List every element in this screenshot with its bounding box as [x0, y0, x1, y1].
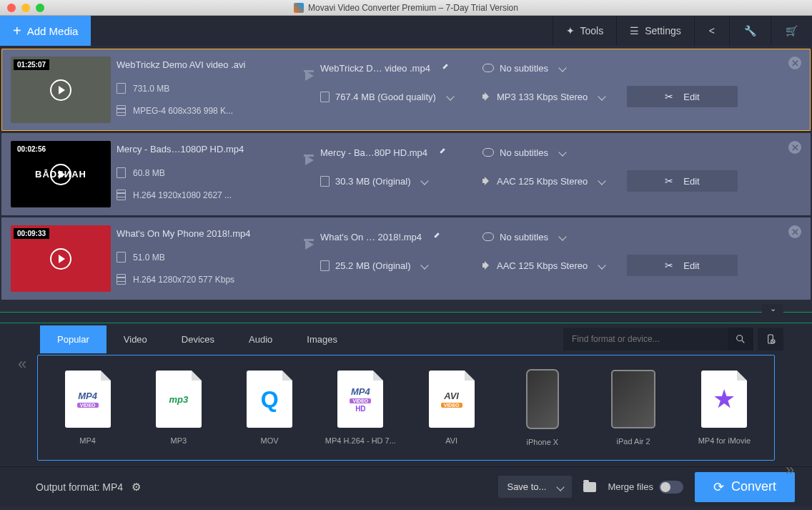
format-item-avi[interactable]: AVIVIDEOAVI [415, 371, 488, 445]
play-icon [50, 79, 71, 101]
film-icon [117, 105, 126, 116]
video-thumbnail[interactable]: 00:09:33 [11, 225, 111, 292]
edit-button[interactable]: ✂Edit [627, 255, 738, 276]
format-item-mov[interactable]: QMOV [233, 371, 307, 445]
format-panel: PopularVideoDevicesAudioImages « MP4VIDE… [0, 323, 812, 466]
scroll-left-button[interactable]: « [13, 355, 31, 373]
settings-button[interactable]: ☰ Settings [616, 16, 694, 46]
output-filename: What's On … 2018!.mp4 [320, 232, 422, 242]
duration-badge: 00:09:33 [14, 228, 49, 239]
save-to-button[interactable]: Save to... [498, 476, 572, 498]
add-media-label: Add Media [27, 25, 79, 37]
merge-files-control: Merge files [608, 481, 683, 494]
source-codec: H.264 1280x720 577 Kbps [133, 275, 234, 285]
destination-column: Mercy - Ba…80P HD.mp4 No subtitles 30.3 … [320, 134, 810, 215]
close-window-button[interactable] [7, 4, 16, 12]
format-label: iPhone X [527, 438, 559, 446]
file-row[interactable]: 00:02:56 BĀDSИAH Mercy - Bads…1080P HD.m… [1, 133, 811, 215]
convert-button[interactable]: ⟳ Convert [695, 472, 795, 502]
subtitles-value: No subtitles [500, 232, 548, 242]
format-item-ipad-air-2[interactable]: iPad Air 2 [597, 370, 670, 446]
arrow-column [299, 155, 320, 165]
output-size-dropdown[interactable]: 30.3 MB (Original) [320, 176, 474, 187]
format-tab-images[interactable]: Images [289, 325, 355, 353]
file-row[interactable]: 01:25:07 WebTrickz Demo AVI video .avi 7… [1, 49, 811, 131]
file-icon [117, 83, 126, 94]
speaker-icon [482, 261, 491, 270]
minimize-window-button[interactable] [21, 4, 30, 12]
format-tab-devices[interactable]: Devices [164, 325, 232, 353]
audio-value: AAC 125 Kbps Stereo [497, 260, 588, 271]
audio-dropdown[interactable]: AAC 125 Kbps Stereo [482, 176, 618, 187]
source-filename: Mercy - Bads…1080P HD.mp4 [117, 144, 299, 155]
remove-file-button[interactable]: ✕ [788, 225, 801, 238]
zoom-window-button[interactable] [36, 4, 44, 12]
detect-device-button[interactable] [758, 328, 783, 350]
chevron-down-icon [598, 261, 606, 269]
chevron-down-icon [558, 232, 566, 240]
bottom-bar: Output format: MP4 ⚙ Save to... Merge fi… [0, 466, 812, 506]
duration-badge: 00:02:56 [14, 144, 49, 155]
format-tab-audio[interactable]: Audio [232, 325, 289, 353]
audio-dropdown[interactable]: AAC 125 Kbps Stereo [482, 260, 618, 271]
main-toolbar: + Add Media ✦ Tools ☰ Settings < 🔧 🛒 [0, 16, 812, 46]
file-list: 01:25:07 WebTrickz Demo AVI video .avi 7… [0, 46, 812, 312]
remove-file-button[interactable]: ✕ [788, 141, 801, 154]
destination-column: WebTrickz D… video .mp4 No subtitles 767… [320, 49, 810, 130]
output-size-dropdown[interactable]: 25.2 MB (Original) [320, 260, 474, 271]
rename-button[interactable] [428, 230, 442, 244]
video-thumbnail[interactable]: 01:25:07 [11, 57, 111, 123]
audio-dropdown[interactable]: MP3 133 Kbps Stereo [482, 92, 618, 102]
format-label: MP4 for iMovie [698, 436, 751, 445]
subtitles-value: No subtitles [500, 63, 548, 74]
format-item-mp4-h-264-hd-7-[interactable]: MP4VIDEOHDMP4 H.264 - HD 7... [324, 371, 397, 445]
format-label: AVI [445, 436, 457, 445]
format-tab-popular[interactable]: Popular [40, 325, 107, 353]
format-item-iphone-x[interactable]: iPhone X [505, 369, 579, 446]
panel-divider[interactable]: ⌄ [0, 312, 812, 323]
add-media-button[interactable]: + Add Media [0, 16, 91, 46]
format-tabbar: PopularVideoDevicesAudioImages [0, 323, 812, 355]
file-icon [320, 92, 330, 102]
subtitles-dropdown[interactable]: No subtitles [482, 63, 565, 74]
merge-files-label: Merge files [608, 481, 653, 492]
format-label: iPad Air 2 [617, 437, 650, 446]
output-size-dropdown[interactable]: 767.4 MB (Good quality) [320, 92, 474, 102]
edit-button[interactable]: ✂Edit [627, 86, 738, 107]
edit-button[interactable]: ✂Edit [627, 170, 738, 192]
chevron-down-icon [421, 177, 429, 185]
format-item-mp3[interactable]: mp3MP3 [142, 371, 215, 445]
cart-button[interactable]: 🛒 [771, 16, 812, 46]
output-settings-button[interactable]: ⚙ [132, 481, 141, 494]
format-item-mp4[interactable]: MP4VIDEOMP4 [51, 371, 124, 445]
play-icon [50, 248, 71, 270]
video-thumbnail[interactable]: 00:02:56 BĀDSИAH [11, 141, 111, 207]
subtitle-icon [482, 232, 494, 241]
settings-label: Settings [645, 25, 681, 36]
scroll-right-button[interactable]: » [781, 461, 799, 479]
rename-button[interactable] [437, 61, 451, 75]
tools-button[interactable]: ✦ Tools [553, 16, 617, 46]
open-folder-button[interactable] [583, 482, 596, 492]
search-button[interactable] [728, 328, 753, 350]
rename-button[interactable] [434, 145, 448, 160]
chevron-down-icon [598, 177, 606, 185]
convert-label: Convert [731, 479, 776, 494]
file-row[interactable]: 00:09:33 What's On My Phone 2018!.mp4 51… [1, 217, 811, 300]
file-icon [320, 260, 330, 271]
search-input[interactable] [563, 334, 728, 344]
subtitles-dropdown[interactable]: No subtitles [482, 232, 565, 242]
cart-icon: 🛒 [786, 25, 798, 36]
output-filename: WebTrickz D… video .mp4 [320, 63, 430, 74]
audio-value: MP3 133 Kbps Stereo [497, 92, 588, 102]
key-button[interactable]: 🔧 [729, 16, 771, 46]
output-filename: Mercy - Ba…80P HD.mp4 [320, 147, 427, 158]
subtitles-dropdown[interactable]: No subtitles [482, 147, 565, 158]
format-tab-video[interactable]: Video [107, 325, 164, 353]
remove-file-button[interactable]: ✕ [788, 57, 801, 69]
plus-icon: + [13, 23, 21, 39]
format-item-mp4-for-imovie[interactable]: ★MP4 for iMovie [688, 371, 761, 445]
merge-files-toggle[interactable] [659, 481, 683, 494]
audio-value: AAC 125 Kbps Stereo [497, 176, 588, 187]
share-button[interactable]: < [694, 16, 729, 46]
